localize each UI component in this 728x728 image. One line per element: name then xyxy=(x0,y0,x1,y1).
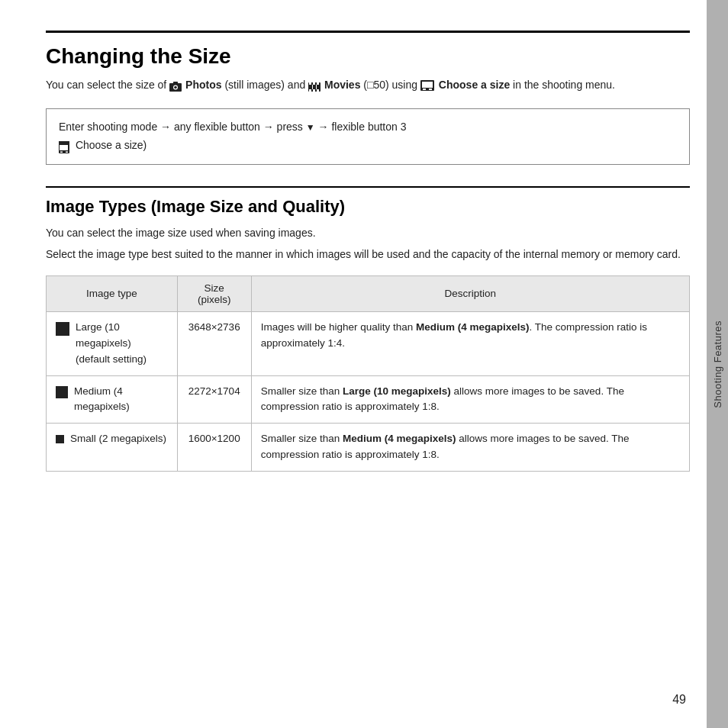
intro-text-photos-paren: (still images) and xyxy=(224,79,308,91)
svg-rect-5 xyxy=(309,82,311,85)
intro-text-after: in the shooting menu. xyxy=(513,79,615,91)
desc-medium-prefix: Smaller size than xyxy=(261,385,343,397)
large-square-icon xyxy=(56,322,69,336)
instruction-box: Enter shooting mode → any flexible butto… xyxy=(46,108,690,165)
desc-cell-medium: Smaller size than Large (10 megapixels) … xyxy=(251,375,689,424)
table-row: Medium (4 megapixels) 2272×1704 Smaller … xyxy=(47,375,690,424)
instruction-line2: Choose a size) xyxy=(59,139,147,151)
size-cell-small: 1600×1200 xyxy=(177,424,251,472)
type-cell-large: Large (10 megapixels)(default setting) xyxy=(47,311,178,375)
table-header-row: Image type Size (pixels) Description xyxy=(47,275,690,311)
desc-cell-large: Images will be higher quality than Mediu… xyxy=(251,311,689,375)
camera-icon xyxy=(169,80,182,91)
intro-paragraph: You can select the size of Photos (still… xyxy=(46,76,690,93)
desc-small-bold: Medium (4 megapixels) xyxy=(343,433,456,444)
choose-size-inline-icon xyxy=(59,141,69,150)
medium-square-icon xyxy=(56,386,68,398)
size-cell-medium: 2272×1704 xyxy=(177,375,251,424)
instruction-line1-prefix: Enter shooting mode → xyxy=(59,121,174,133)
choose-label: Choose a size xyxy=(439,79,510,91)
svg-rect-6 xyxy=(313,82,315,85)
small-square-icon xyxy=(56,435,64,443)
svg-rect-14 xyxy=(422,82,433,88)
svg-rect-20 xyxy=(66,152,68,153)
movies-label: Movies xyxy=(324,79,360,91)
down-arrow-icon: ▼ xyxy=(306,120,315,135)
table-row: Large (10 megapixels)(default setting) 3… xyxy=(47,311,690,375)
instruction-line1-end: → flexible button 3 xyxy=(315,121,407,133)
svg-rect-16 xyxy=(429,89,432,90)
svg-rect-11 xyxy=(312,85,313,89)
intro-text-movies-paren: (□50) using xyxy=(363,79,420,91)
section-intro-2: Select the image type best suited to the… xyxy=(46,246,690,263)
desc-large-prefix: Images will be higher quality than xyxy=(261,321,416,333)
col-header-description: Description xyxy=(251,275,689,311)
svg-rect-18 xyxy=(60,145,68,150)
section-intro-1: You can select the image size used when … xyxy=(46,224,690,241)
size-cell-large: 3648×2736 xyxy=(177,311,251,375)
col-header-type: Image type xyxy=(47,275,178,311)
image-types-table: Image type Size (pixels) Description Lar… xyxy=(46,275,690,472)
sidebar-tab: Shooting Features xyxy=(707,0,728,728)
svg-point-3 xyxy=(174,86,177,89)
svg-rect-1 xyxy=(173,82,178,84)
type-label-large: Large (10 megapixels)(default setting) xyxy=(76,320,168,368)
page-number: 49 xyxy=(672,693,686,707)
svg-rect-12 xyxy=(316,85,317,89)
type-cell-medium: Medium (4 megapixels) xyxy=(47,375,178,424)
desc-medium-bold: Large (10 megapixels) xyxy=(343,385,451,397)
table-row: Small (2 megapixels) 1600×1200 Smaller s… xyxy=(47,424,690,472)
movie-icon xyxy=(308,80,321,91)
svg-rect-8 xyxy=(309,89,311,92)
desc-cell-small: Smaller size than Medium (4 megapixels) … xyxy=(251,424,689,472)
type-label-small: Small (2 megapixels) xyxy=(70,431,166,447)
sidebar-tab-label: Shooting Features xyxy=(712,321,723,408)
page-container: Changing the Size You can select the siz… xyxy=(0,0,728,728)
photos-label: Photos xyxy=(185,79,221,91)
desc-large-bold: Medium (4 megapixels) xyxy=(416,321,530,333)
svg-rect-15 xyxy=(423,89,426,90)
svg-rect-7 xyxy=(317,82,319,85)
instruction-flexible-button: any flexible button xyxy=(174,121,260,133)
svg-rect-19 xyxy=(60,152,63,153)
instruction-line1-suffix: → press xyxy=(260,121,306,133)
svg-rect-9 xyxy=(313,89,315,92)
main-content: Changing the Size You can select the siz… xyxy=(0,0,728,728)
page-title: Changing the Size xyxy=(46,31,690,69)
col-header-size: Size (pixels) xyxy=(177,275,251,311)
intro-text-before: You can select the size of xyxy=(46,79,169,91)
type-cell-small: Small (2 megapixels) xyxy=(47,424,178,472)
desc-small-prefix: Smaller size than xyxy=(261,433,343,444)
section-heading: Image Types (Image Size and Quality) xyxy=(46,186,690,217)
choose-size-icon xyxy=(420,79,434,92)
svg-rect-10 xyxy=(317,89,319,92)
type-label-medium: Medium (4 megapixels) xyxy=(74,384,168,416)
